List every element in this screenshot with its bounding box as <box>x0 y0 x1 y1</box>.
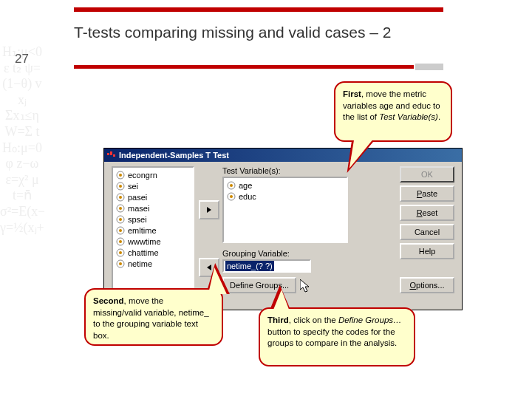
callout-em: Define Groups… <box>338 316 402 324</box>
callout-first: First, move the metric variables age and… <box>334 81 452 142</box>
variable-icon <box>116 248 125 257</box>
svg-rect-2 <box>113 154 115 157</box>
variable-icon <box>116 226 125 235</box>
options-button[interactable]: Options...Options... <box>400 277 454 293</box>
var-label: emltime <box>128 226 157 235</box>
callout-bold: First <box>343 89 361 98</box>
callout-text: , click on the <box>289 316 338 324</box>
variable-icon <box>116 182 125 191</box>
dialog-titlebar: Independent-Samples T Test <box>104 149 462 162</box>
source-variable-list[interactable]: econgrn sei pasei masei spsei emltime ww… <box>112 166 194 292</box>
var-label: educ <box>239 192 256 201</box>
var-label: sei <box>128 182 138 191</box>
reset-button[interactable]: ResetReset <box>400 205 454 221</box>
variable-icon <box>116 171 125 180</box>
triangle-right-icon <box>205 206 213 214</box>
svg-point-24 <box>230 184 233 187</box>
title-underline <box>74 65 414 69</box>
svg-marker-21 <box>207 207 211 213</box>
list-item[interactable]: masei <box>115 202 191 214</box>
svg-point-14 <box>119 229 122 232</box>
variable-icon <box>116 259 125 268</box>
svg-point-10 <box>119 207 122 210</box>
callout-bold: Second <box>93 296 124 305</box>
svg-point-4 <box>119 174 122 177</box>
list-item[interactable]: age <box>225 180 345 191</box>
list-item[interactable]: econgrn <box>115 169 191 180</box>
slide-number: 27 <box>15 52 29 66</box>
svg-rect-0 <box>107 153 109 155</box>
list-item[interactable]: wwwtime <box>115 236 191 247</box>
variable-icon <box>116 193 125 202</box>
background-formulas: H₁:μ<0 ε t₂ ψ=(1−θ) v xⱼ Σx₁≤η W=Σ t H₀:… <box>0 44 44 377</box>
callout-em: Test Variable(s) <box>379 112 438 121</box>
var-label: econgrn <box>128 171 157 180</box>
ttest-dialog: Independent-Samples T Test econgrn sei p… <box>103 148 463 310</box>
cancel-button[interactable]: Cancel <box>400 224 454 240</box>
variable-icon <box>116 204 125 213</box>
help-button[interactable]: Help <box>400 243 454 259</box>
list-item[interactable]: spsei <box>115 214 191 225</box>
svg-point-18 <box>119 251 122 254</box>
variable-icon <box>227 192 236 201</box>
list-item[interactable]: educ <box>225 191 345 202</box>
callout-bold: Third <box>267 316 289 324</box>
variable-icon <box>116 215 125 224</box>
callout-third: Third, click on the Define Groups… butto… <box>259 307 415 366</box>
list-item[interactable]: sei <box>115 180 191 191</box>
grouping-variable-value: netime_(? ?) <box>225 261 274 271</box>
list-item[interactable]: pasei <box>115 191 191 202</box>
move-to-test-button[interactable] <box>199 200 219 219</box>
callout-text: button to specify the codes for the grou… <box>267 327 397 348</box>
triangle-left-icon <box>205 264 213 271</box>
move-to-grouping-button[interactable] <box>199 258 219 277</box>
slide-title: T-tests comparing missing and valid case… <box>74 24 392 41</box>
title-underline-accent <box>415 64 443 70</box>
svg-marker-22 <box>207 265 211 270</box>
var-label: netime <box>128 259 152 268</box>
svg-point-16 <box>119 240 122 243</box>
list-item[interactable]: netime <box>115 258 191 269</box>
var-label: masei <box>128 204 149 213</box>
app-icon <box>107 151 116 160</box>
svg-rect-1 <box>110 151 112 155</box>
header-accent-bar <box>74 7 443 12</box>
callout-text: . <box>438 112 440 121</box>
var-label: pasei <box>128 193 147 202</box>
svg-point-8 <box>119 196 122 199</box>
grouping-variable-label: Grouping Variable: <box>222 249 290 258</box>
define-groups-button[interactable]: Define Groups... <box>222 277 296 293</box>
callout-second: Second, move the missing/valid variable,… <box>84 288 223 346</box>
test-variables-list[interactable]: age educ <box>222 177 348 243</box>
paste-button[interactable]: PPasteaste <box>400 185 454 202</box>
svg-point-26 <box>230 195 233 198</box>
dialog-title: Independent-Samples T Test <box>119 151 229 160</box>
svg-point-20 <box>119 262 122 265</box>
var-label: spsei <box>128 215 147 224</box>
test-variables-label: Test Variable(s): <box>222 166 281 175</box>
ok-button[interactable]: OK <box>400 166 454 183</box>
var-label: chattime <box>128 248 159 257</box>
var-label: age <box>239 181 252 190</box>
variable-icon <box>116 237 125 246</box>
svg-point-12 <box>119 218 122 221</box>
grouping-variable-field[interactable]: netime_(? ?) <box>222 259 311 273</box>
svg-point-6 <box>119 185 122 188</box>
var-label: wwwtime <box>128 237 161 246</box>
variable-icon <box>227 181 236 190</box>
list-item[interactable]: emltime <box>115 225 191 236</box>
list-item[interactable]: chattime <box>115 247 191 258</box>
